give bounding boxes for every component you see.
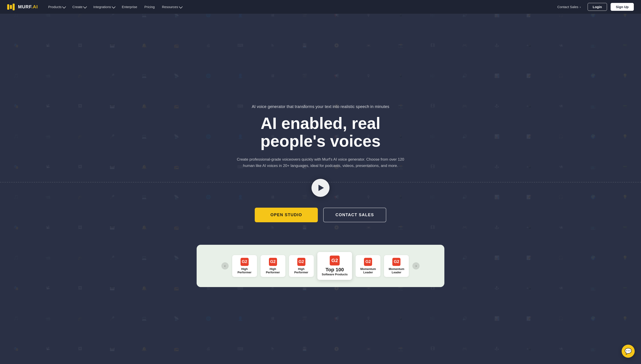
- bg-icon-cell: 📼: [352, 334, 384, 364]
- bg-icon-cell: 📻: [160, 152, 192, 182]
- bg-icon-cell: 🌍: [577, 182, 609, 212]
- login-button[interactable]: Login: [588, 3, 607, 11]
- bg-icon-cell: 📡: [160, 182, 192, 212]
- bg-icon-cell: 🔔: [128, 30, 160, 61]
- award-title-2: HighPerformer: [264, 267, 282, 274]
- bg-icon-cell: 🖥: [256, 61, 288, 91]
- bg-icon-cell: 📲: [513, 91, 545, 121]
- bg-icon-cell: 🎞: [417, 30, 449, 61]
- bg-icon-cell: 🖲: [545, 91, 577, 121]
- navbar-right: Contact Sales › Login Sign Up: [554, 3, 634, 11]
- integrations-chevron-icon: [112, 5, 116, 8]
- awards-prev-button[interactable]: ‹: [222, 262, 229, 270]
- bg-icon-cell: 📺: [577, 152, 609, 182]
- bg-icon-cell: 🎵: [0, 303, 32, 334]
- open-studio-button[interactable]: OPEN STUDIO: [255, 208, 318, 222]
- bg-icon-cell: 📡: [160, 303, 192, 334]
- bg-icon-cell: 📽: [32, 91, 64, 121]
- bg-icon-cell: 📲: [513, 334, 545, 364]
- bg-icon-cell: 🎹: [96, 212, 128, 243]
- nav-products[interactable]: Products: [45, 3, 68, 10]
- bg-icon-cell: 📽: [32, 334, 64, 364]
- nav-create[interactable]: Create: [69, 3, 89, 10]
- bg-icon-cell: 🕹: [481, 30, 513, 61]
- chat-button[interactable]: 💬: [622, 345, 635, 358]
- g2-logo-5: G2: [364, 258, 372, 266]
- nav-resources[interactable]: Resources: [159, 3, 185, 10]
- contact-sales-button[interactable]: CONTACT SALES: [323, 208, 386, 222]
- bg-icon-cell: 🌐: [192, 303, 224, 334]
- bg-icon-cell: 💡: [609, 61, 641, 91]
- nav-integrations[interactable]: Integrations: [90, 3, 118, 10]
- bg-icon-cell: 🎭: [0, 334, 32, 364]
- nav-enterprise-label: Enterprise: [122, 5, 137, 9]
- contact-sales-arrow-icon: ›: [580, 5, 581, 9]
- bg-icon-cell: 💾: [289, 334, 320, 364]
- play-button[interactable]: [312, 179, 329, 197]
- bg-icon-cell: 🖼: [64, 30, 96, 61]
- award-badge-1: G2 HighPerformer: [232, 255, 257, 277]
- bg-icon-cell: 🔔: [128, 334, 160, 364]
- bg-icon-cell: 🎧: [545, 61, 577, 91]
- bg-icon-cell: 📸: [385, 30, 417, 61]
- bg-icon-cell: 📺: [577, 212, 609, 243]
- bg-icon-cell: 🎭: [0, 91, 32, 121]
- bg-icon-cell: 🖱: [256, 30, 288, 61]
- bg-icon-cell: 🎮: [449, 212, 481, 243]
- award-title-featured-top: Top 100: [322, 267, 348, 273]
- bg-icon-cell: 🖱: [256, 334, 288, 364]
- bg-icon-cell: 🔊: [449, 303, 481, 334]
- bg-icon-cell: 📸: [385, 334, 417, 364]
- nav-resources-label: Resources: [162, 5, 178, 9]
- nav-products-label: Products: [48, 5, 62, 9]
- bg-icon-cell: 🌍: [577, 61, 609, 91]
- logo-bar-2: [10, 5, 12, 9]
- hero-title: AI enabled, real people's voices: [226, 114, 415, 150]
- bg-icon-cell: 📀: [320, 30, 352, 61]
- bg-icon-cell: 📽: [32, 152, 64, 182]
- bg-icon-cell: 👤: [224, 61, 256, 91]
- award-title-5: MomentumLeader: [359, 267, 377, 274]
- g2-logo-2: G2: [269, 258, 277, 266]
- award-badge-featured: G2 Top 100 Software Products: [317, 252, 352, 280]
- bg-icon-cell: 📊: [481, 61, 513, 91]
- bg-icon-cell: 📢: [320, 303, 352, 334]
- bg-icon-cell: 📝: [513, 61, 545, 91]
- bg-icon-cell: 💻: [128, 182, 160, 212]
- bg-icon-cell: 🖼: [64, 91, 96, 121]
- bg-icon-cell: 📹: [32, 303, 64, 334]
- bg-icon-cell: 🖥: [256, 303, 288, 334]
- bg-icon-cell: 🔔: [128, 91, 160, 121]
- bg-icon-cell: 📽: [32, 30, 64, 61]
- award-title-1: HighPerformer: [236, 267, 253, 274]
- bg-icon-cell: 📟: [609, 30, 641, 61]
- signup-button[interactable]: Sign Up: [611, 3, 634, 11]
- bg-icon-cell: 🖼: [64, 152, 96, 182]
- bg-icon-cell: 📹: [32, 61, 64, 91]
- nav-contact-sales[interactable]: Contact Sales ›: [554, 3, 584, 10]
- nav-contact-sales-label: Contact Sales: [557, 5, 578, 9]
- bg-icon-cell: 🎭: [0, 152, 32, 182]
- bg-icon-cell: 🎼: [417, 61, 449, 91]
- award-badge-3: G2 HighPerformer: [289, 255, 314, 277]
- brand-ai: .AI: [32, 4, 38, 9]
- bg-icon-cell: 🖲: [545, 334, 577, 364]
- bg-icon-cell: 🎮: [449, 152, 481, 182]
- bg-icon-cell: 📟: [609, 212, 641, 243]
- logo[interactable]: MURF.AI: [7, 3, 38, 11]
- bg-icon-cell: 👤: [224, 303, 256, 334]
- bg-icon-cell: 📝: [513, 182, 545, 212]
- awards-next-button[interactable]: ›: [412, 262, 419, 270]
- bg-icon-cell: 📹: [32, 121, 64, 152]
- g2-logo-6: G2: [392, 258, 400, 266]
- nav-enterprise[interactable]: Enterprise: [119, 3, 140, 10]
- awards-section: ‹ G2 HighPerformer G2 HighPerformer G2 H…: [0, 245, 641, 287]
- bg-icon-cell: 📻: [160, 212, 192, 243]
- bg-icon-cell: 📹: [32, 182, 64, 212]
- bg-icon-cell: 🎤: [96, 182, 128, 212]
- bg-icon-cell: 🎵: [0, 121, 32, 152]
- nav-pricing[interactable]: Pricing: [141, 3, 158, 10]
- bg-icon-cell: 🎮: [449, 30, 481, 61]
- bg-icon-cell: 🎧: [545, 182, 577, 212]
- bg-icon-cell: 🎼: [417, 303, 449, 334]
